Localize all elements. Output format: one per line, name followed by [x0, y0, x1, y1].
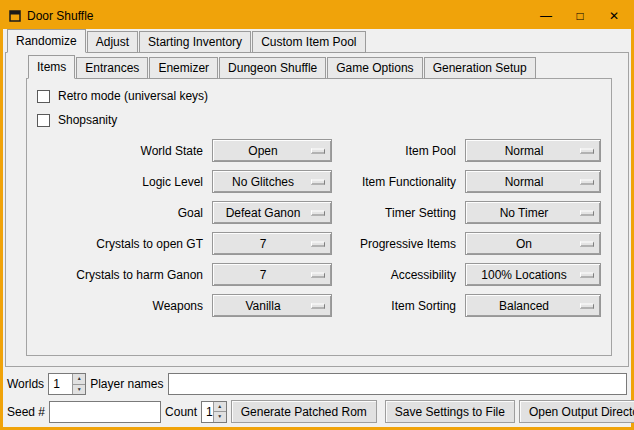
progressive-items-label: Progressive Items: [339, 237, 458, 251]
world-state-label: World State: [37, 144, 205, 158]
crystals-harm-ganon-value: 7: [260, 268, 267, 282]
tab-generation-setup[interactable]: Generation Setup: [424, 57, 536, 79]
world-state-value: Open: [248, 144, 277, 158]
sub-tab-bar: Items Entrances Enemizer Dungeon Shuffle…: [26, 57, 612, 79]
seed-label: Seed #: [7, 405, 45, 419]
worlds-stepper-buttons: ▲ ▼: [72, 374, 85, 394]
minimize-icon[interactable]: —: [529, 3, 563, 29]
timer-setting-value: No Timer: [500, 206, 549, 220]
goal-dropdown[interactable]: Defeat Ganon: [212, 201, 332, 224]
shopsanity-checkbox-row[interactable]: Shopsanity: [37, 111, 601, 129]
worlds-value[interactable]: 1: [49, 374, 72, 394]
crystals-harm-ganon-label: Crystals to harm Ganon: [37, 268, 205, 282]
item-functionality-value: Normal: [505, 175, 544, 189]
tab-items[interactable]: Items: [28, 55, 75, 79]
arrow-down-icon[interactable]: ▼: [73, 385, 85, 395]
tab-starting-inventory[interactable]: Starting Inventory: [139, 31, 251, 53]
window-title: Door Shuffle: [27, 9, 94, 23]
maximize-icon[interactable]: □: [563, 3, 597, 29]
dropdown-indicator-icon: [580, 241, 594, 246]
timer-setting-label: Timer Setting: [339, 206, 458, 220]
retro-mode-label: Retro mode (universal keys): [58, 89, 208, 103]
retro-mode-checkbox[interactable]: [37, 90, 50, 103]
arrow-up-icon[interactable]: ▲: [214, 402, 226, 413]
accessibility-value: 100% Locations: [481, 268, 566, 282]
seed-row: Seed # Count 1 ▲ ▼ Generate Patched Rom …: [7, 400, 627, 423]
item-pool-dropdown[interactable]: Normal: [465, 139, 601, 162]
client-area: Randomize Adjust Starting Inventory Cust…: [3, 29, 631, 427]
world-state-dropdown[interactable]: Open: [212, 139, 332, 162]
open-output-directory-button[interactable]: Open Output Directory: [519, 400, 634, 423]
randomize-pane: Items Entrances Enemizer Dungeon Shuffle…: [5, 52, 629, 367]
timer-setting-dropdown[interactable]: No Timer: [465, 201, 601, 224]
dropdown-indicator-icon: [580, 179, 594, 184]
crystals-harm-ganon-dropdown[interactable]: 7: [212, 263, 332, 286]
window-controls: — □ ✕: [529, 3, 631, 29]
progressive-items-dropdown[interactable]: On: [465, 232, 601, 255]
save-settings-button[interactable]: Save Settings to File: [385, 400, 515, 423]
tab-game-options[interactable]: Game Options: [327, 57, 422, 79]
crystals-open-gt-label: Crystals to open GT: [37, 237, 205, 251]
weapons-label: Weapons: [37, 299, 205, 313]
logic-level-label: Logic Level: [37, 175, 205, 189]
tab-adjust[interactable]: Adjust: [87, 31, 138, 53]
dropdown-indicator-icon: [580, 272, 594, 277]
item-sorting-dropdown[interactable]: Balanced: [465, 294, 601, 317]
crystals-open-gt-dropdown[interactable]: 7: [212, 232, 332, 255]
bottom-bar: Worlds 1 ▲ ▼ Player names Seed # Count 1: [5, 373, 629, 425]
retro-mode-checkbox-row[interactable]: Retro mode (universal keys): [37, 87, 601, 105]
item-pool-value: Normal: [505, 144, 544, 158]
goal-label: Goal: [37, 206, 205, 220]
close-icon[interactable]: ✕: [597, 3, 631, 29]
tab-entrances[interactable]: Entrances: [76, 57, 148, 79]
app-icon: [9, 10, 21, 22]
item-sorting-label: Item Sorting: [339, 299, 458, 313]
logic-level-dropdown[interactable]: No Glitches: [212, 170, 332, 193]
item-functionality-label: Item Functionality: [339, 175, 458, 189]
item-functionality-dropdown[interactable]: Normal: [465, 170, 601, 193]
tab-randomize[interactable]: Randomize: [7, 29, 86, 53]
dropdown-indicator-icon: [311, 179, 325, 184]
dropdown-indicator-icon: [311, 210, 325, 215]
weapons-value: Vanilla: [245, 299, 280, 313]
settings-grid: World State Open Item Pool Normal Logic …: [37, 139, 601, 317]
titlebar[interactable]: Door Shuffle — □ ✕: [3, 3, 631, 29]
arrow-up-icon[interactable]: ▲: [73, 374, 85, 385]
progressive-items-value: On: [516, 237, 532, 251]
worlds-row: Worlds 1 ▲ ▼ Player names: [7, 373, 627, 395]
arrow-down-icon[interactable]: ▼: [214, 412, 226, 422]
worlds-stepper[interactable]: 1 ▲ ▼: [48, 373, 86, 395]
accessibility-label: Accessibility: [339, 268, 458, 282]
main-tab-bar: Randomize Adjust Starting Inventory Cust…: [5, 31, 629, 53]
dropdown-indicator-icon: [311, 303, 325, 308]
items-pane: Retro mode (universal keys) Shopsanity W…: [26, 78, 612, 356]
tab-enemizer[interactable]: Enemizer: [149, 57, 218, 79]
count-label: Count: [165, 405, 197, 419]
tab-dungeon-shuffle[interactable]: Dungeon Shuffle: [219, 57, 326, 79]
count-stepper[interactable]: 1 ▲ ▼: [201, 401, 227, 423]
tab-custom-item-pool[interactable]: Custom Item Pool: [252, 31, 365, 53]
item-sorting-value: Balanced: [499, 299, 549, 313]
crystals-open-gt-value: 7: [260, 237, 267, 251]
count-stepper-buttons: ▲ ▼: [213, 402, 226, 422]
generate-patched-rom-button[interactable]: Generate Patched Rom: [231, 400, 377, 423]
dropdown-indicator-icon: [311, 148, 325, 153]
dropdown-indicator-icon: [580, 303, 594, 308]
count-value[interactable]: 1: [202, 402, 213, 422]
shopsanity-checkbox[interactable]: [37, 114, 50, 127]
dropdown-indicator-icon: [311, 272, 325, 277]
item-pool-label: Item Pool: [339, 144, 458, 158]
dropdown-indicator-icon: [311, 241, 325, 246]
player-names-input[interactable]: [168, 373, 628, 395]
logic-level-value: No Glitches: [232, 175, 294, 189]
shopsanity-label: Shopsanity: [58, 113, 117, 127]
player-names-label: Player names: [90, 377, 163, 391]
weapons-dropdown[interactable]: Vanilla: [212, 294, 332, 317]
seed-input[interactable]: [49, 401, 161, 423]
dropdown-indicator-icon: [580, 148, 594, 153]
worlds-label: Worlds: [7, 377, 44, 391]
dropdown-indicator-icon: [580, 210, 594, 215]
accessibility-dropdown[interactable]: 100% Locations: [465, 263, 601, 286]
goal-value: Defeat Ganon: [226, 206, 301, 220]
door-shuffle-window: Door Shuffle — □ ✕ Randomize Adjust Star…: [0, 0, 634, 430]
